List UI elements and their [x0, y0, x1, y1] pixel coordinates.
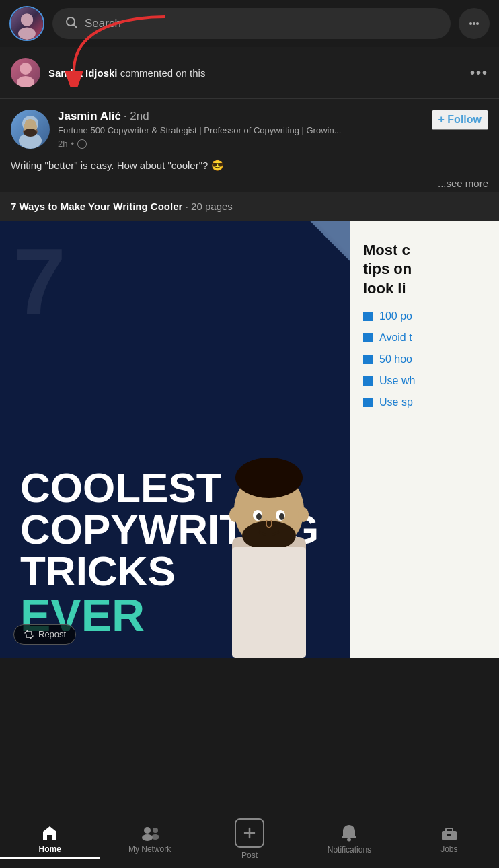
- post-time: 2h: [58, 139, 67, 149]
- repost-badge[interactable]: Repost: [13, 624, 76, 645]
- messaging-button[interactable]: [459, 8, 490, 39]
- svg-point-6: [476, 22, 479, 25]
- post-author-avatar[interactable]: [11, 110, 50, 149]
- list-item: Avoid t: [363, 332, 486, 344]
- svg-rect-36: [447, 834, 451, 836]
- list-item: 100 po: [363, 310, 486, 322]
- network-icon: [141, 824, 159, 842]
- svg-point-14: [25, 119, 36, 127]
- document-pages: · 20 pages: [186, 201, 233, 212]
- post-meta: 2h •: [58, 139, 424, 149]
- page2-title: Most ctips onlook li: [363, 241, 486, 299]
- active-indicator: [0, 857, 100, 859]
- svg-point-27: [144, 827, 151, 834]
- top-navigation: Search: [0, 0, 499, 47]
- nav-item-my-network[interactable]: My Network: [100, 819, 199, 859]
- jobs-icon: [440, 824, 459, 842]
- follow-button[interactable]: + Follow: [432, 110, 488, 130]
- notifications-icon: [340, 824, 358, 842]
- nav-label-notifications: Notifications: [328, 845, 371, 855]
- svg-point-15: [24, 129, 37, 137]
- nav-item-post[interactable]: Post: [200, 813, 299, 865]
- notification-action: commented on this: [120, 67, 206, 79]
- svg-point-5: [473, 22, 475, 25]
- svg-line-3: [74, 24, 77, 28]
- document-images[interactable]: 7 COOLEST COPYWRITING TRICKS EVER: [0, 221, 499, 658]
- bottom-navigation: Home My Network Post Notifications: [0, 809, 499, 868]
- globe-icon: [77, 139, 87, 149]
- list-item: 50 hoo: [363, 353, 486, 365]
- svg-point-26: [298, 507, 309, 522]
- notifier-avatar[interactable]: [11, 58, 40, 87]
- nav-label-post: Post: [241, 851, 258, 860]
- svg-point-9: [17, 76, 34, 87]
- page-curl: [309, 221, 350, 261]
- large-number: 7: [13, 234, 66, 328]
- post-author-degree: · 2nd: [124, 110, 149, 123]
- nav-item-notifications[interactable]: Notifications: [299, 818, 399, 860]
- post-card: Jasmin Alić · 2nd Fortune 500 Copywriter…: [0, 99, 499, 658]
- document-page-1[interactable]: 7 COOLEST COPYWRITING TRICKS EVER: [0, 221, 350, 658]
- commenter-name[interactable]: Sandra Idjoski: [48, 67, 118, 79]
- repost-label: Repost: [38, 629, 66, 639]
- notification-banner: Sandra Idjoski commented on this •••: [0, 47, 499, 99]
- nav-item-home[interactable]: Home: [0, 819, 100, 859]
- post-icon: [242, 826, 257, 840]
- svg-point-19: [235, 458, 303, 498]
- svg-point-8: [20, 63, 32, 75]
- page2-list: 100 po Avoid t 50 hoo Use wh Use sp: [363, 310, 486, 408]
- svg-rect-20: [232, 547, 306, 658]
- svg-point-33: [347, 838, 351, 841]
- document-page-2[interactable]: Most ctips onlook li 100 po Avoid t 50 h…: [350, 221, 499, 658]
- post-author-name[interactable]: Jasmin Alić: [58, 110, 121, 123]
- svg-point-25: [229, 507, 240, 522]
- svg-point-29: [153, 828, 158, 833]
- svg-point-28: [142, 834, 153, 841]
- post-user-info: Jasmin Alić · 2nd Fortune 500 Copywriter…: [58, 110, 424, 149]
- nav-label-home: Home: [39, 844, 61, 854]
- nav-label-my-network: My Network: [128, 844, 171, 854]
- notification-text: Sandra Idjoski commented on this: [48, 67, 205, 79]
- search-placeholder: Search: [85, 17, 121, 30]
- post-author-title: Fortune 500 Copywriter & Strategist | Pr…: [58, 124, 424, 137]
- see-more-button[interactable]: ...see more: [0, 178, 499, 192]
- nav-item-jobs[interactable]: Jobs: [399, 819, 499, 859]
- document-title[interactable]: 7 Ways to Make Your Writing Cooler: [11, 201, 182, 212]
- person-silhouette: [195, 402, 343, 658]
- search-bar[interactable]: Search: [52, 8, 451, 39]
- svg-rect-35: [446, 828, 453, 832]
- list-item: Use wh: [363, 375, 486, 387]
- svg-point-0: [21, 13, 33, 26]
- dot-separator: •: [71, 139, 74, 149]
- document-preview-header: 7 Ways to Make Your Writing Cooler · 20 …: [0, 192, 499, 221]
- user-avatar[interactable]: [9, 6, 44, 41]
- svg-point-24: [279, 513, 284, 520]
- more-options-button[interactable]: •••: [470, 65, 488, 81]
- post-body: Writing "better" is easy. How about "coo…: [0, 149, 499, 178]
- svg-point-4: [469, 22, 472, 25]
- svg-point-30: [151, 834, 159, 840]
- search-icon: [65, 15, 78, 32]
- home-icon: [41, 824, 59, 842]
- post-header: Jasmin Alić · 2nd Fortune 500 Copywriter…: [0, 99, 499, 149]
- svg-point-1: [18, 28, 36, 40]
- notification-left: Sandra Idjoski commented on this: [11, 58, 205, 87]
- list-item: Use sp: [363, 396, 486, 408]
- svg-point-23: [256, 513, 262, 520]
- nav-label-jobs: Jobs: [440, 844, 457, 854]
